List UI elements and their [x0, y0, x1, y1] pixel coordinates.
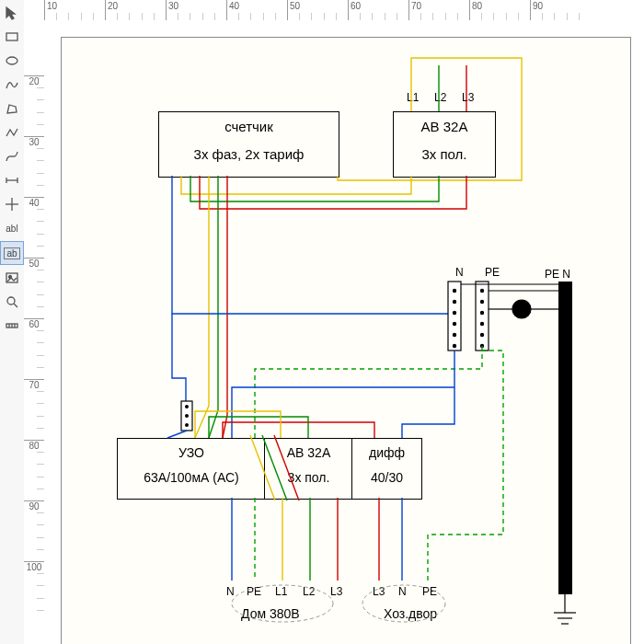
- svg-point-32: [453, 311, 456, 315]
- ruler-h-tick: 10: [44, 0, 57, 20]
- ruler-v-tick: 30: [24, 136, 44, 147]
- bezier-tool[interactable]: [1, 145, 23, 167]
- svg-point-35: [453, 344, 456, 348]
- svg-marker-2: [7, 105, 17, 113]
- svg-point-34: [453, 333, 456, 337]
- dimension-tool[interactable]: [1, 169, 23, 191]
- svg-line-27: [262, 435, 287, 500]
- svg-point-50: [232, 585, 333, 622]
- ruler-horizontal: 102030405060708090: [24, 0, 644, 21]
- ruler-h-tick: 60: [348, 0, 361, 20]
- polygon-tool[interactable]: [1, 98, 23, 120]
- svg-point-40: [480, 322, 484, 326]
- polyline-tool[interactable]: [1, 121, 23, 144]
- ruler-v-tick: 50: [24, 258, 44, 269]
- crosshair-tool[interactable]: [1, 193, 23, 215]
- ruler-vertical: 2030405060708090100: [24, 20, 45, 644]
- ruler-v-tick: 20: [24, 75, 44, 86]
- text-frame-tool[interactable]: ab: [0, 241, 24, 265]
- ruler-v-tick: 80: [24, 440, 44, 451]
- svg-point-45: [512, 300, 531, 318]
- ruler-v-tick: 100: [24, 561, 44, 572]
- freehand-tool[interactable]: [1, 74, 23, 96]
- svg-point-1: [6, 57, 17, 64]
- toolbar: abl ab: [0, 0, 25, 644]
- drawing-page[interactable]: счетчик 3х фаз, 2х тариф АВ 32А 3х пол. …: [61, 37, 631, 644]
- svg-point-23: [185, 414, 189, 418]
- svg-point-39: [480, 311, 484, 315]
- svg-point-33: [453, 322, 456, 326]
- ruler-h-tick: 30: [166, 0, 178, 20]
- svg-line-28: [274, 435, 299, 500]
- svg-point-37: [480, 289, 484, 293]
- pointer-tool[interactable]: [1, 2, 23, 24]
- ruler-h-tick: 90: [530, 0, 543, 20]
- text-tool[interactable]: abl: [1, 217, 23, 239]
- canvas[interactable]: счетчик 3х фаз, 2х тариф АВ 32А 3х пол. …: [44, 20, 644, 644]
- svg-point-22: [185, 405, 189, 408]
- svg-point-51: [362, 585, 445, 622]
- ruler-v-tick: 70: [24, 379, 44, 390]
- image-tool[interactable]: [1, 267, 23, 289]
- svg-point-31: [453, 300, 456, 304]
- ruler-h-tick: 20: [105, 0, 118, 20]
- svg-rect-0: [6, 33, 17, 40]
- measure-tool[interactable]: [1, 315, 23, 337]
- svg-rect-16: [558, 282, 572, 594]
- svg-point-30: [453, 289, 456, 293]
- zoom-tool[interactable]: [1, 291, 23, 313]
- svg-line-11: [14, 304, 17, 307]
- ruler-v-tick: 40: [24, 197, 44, 208]
- ruler-h-tick: 40: [226, 0, 239, 20]
- wiring-svg: [62, 38, 630, 644]
- ruler-v-tick: 60: [24, 318, 44, 329]
- app-window: abl ab 102030405060708090 20304050607080…: [0, 0, 644, 644]
- ruler-h-tick: 70: [408, 0, 421, 20]
- rectangle-tool[interactable]: [1, 26, 23, 48]
- ellipse-tool[interactable]: [1, 50, 23, 72]
- svg-point-24: [185, 423, 189, 427]
- ruler-h-tick: 80: [469, 0, 482, 20]
- svg-line-26: [250, 435, 275, 500]
- ruler-v-tick: 90: [24, 500, 44, 512]
- svg-line-25: [167, 431, 187, 438]
- svg-point-41: [480, 333, 484, 337]
- svg-point-38: [480, 300, 484, 304]
- ruler-h-tick: 50: [287, 0, 300, 20]
- svg-point-10: [7, 297, 15, 305]
